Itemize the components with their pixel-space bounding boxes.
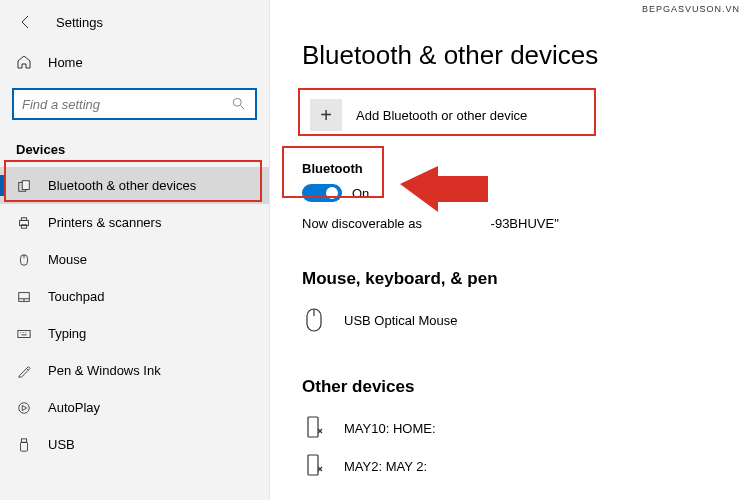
sidebar-item-label: USB (48, 437, 75, 452)
home-nav[interactable]: Home (0, 44, 269, 80)
device-label: USB Optical Mouse (344, 313, 457, 328)
mouse-icon (16, 253, 32, 267)
sidebar-item-pen[interactable]: Pen & Windows Ink (0, 352, 269, 389)
sidebar-item-typing[interactable]: Typing (0, 315, 269, 352)
svg-rect-5 (21, 217, 26, 220)
svg-point-0 (233, 98, 241, 106)
phone-device-icon (302, 453, 326, 479)
usb-icon (16, 438, 32, 452)
svg-rect-23 (308, 455, 318, 475)
sidebar-item-label: Printers & scanners (48, 215, 161, 230)
bluetooth-toggle[interactable] (302, 184, 342, 202)
bluetooth-icon (16, 179, 32, 193)
search-input[interactable] (14, 97, 223, 112)
svg-line-1 (241, 106, 245, 110)
discoverable-text: Now discoverable as -93BHUVE" (302, 216, 710, 231)
sidebar-item-touchpad[interactable]: Touchpad (0, 278, 269, 315)
add-device-button[interactable]: + Add Bluetooth or other device (302, 91, 592, 139)
mouse-device-icon (302, 307, 326, 333)
bluetooth-label: Bluetooth (302, 161, 710, 176)
search-icon (223, 97, 255, 111)
home-label: Home (48, 55, 83, 70)
mouse-section-title: Mouse, keyboard, & pen (302, 269, 710, 289)
svg-rect-12 (18, 330, 30, 337)
search-box[interactable] (12, 88, 257, 120)
svg-rect-3 (22, 180, 29, 189)
sidebar-item-label: AutoPlay (48, 400, 100, 415)
toggle-state-text: On (352, 186, 369, 201)
sidebar-item-label: Typing (48, 326, 86, 341)
sidebar-item-label: Mouse (48, 252, 87, 267)
svg-point-17 (19, 402, 30, 413)
phone-device-icon (302, 415, 326, 441)
sidebar-item-label: Touchpad (48, 289, 104, 304)
page-title: Bluetooth & other devices (302, 40, 710, 71)
back-button[interactable] (16, 12, 36, 32)
sidebar-item-printers[interactable]: Printers & scanners (0, 204, 269, 241)
pen-icon (16, 364, 32, 378)
device-row-other[interactable]: MAY2: MAY 2: (302, 447, 710, 485)
svg-rect-18 (21, 438, 26, 442)
other-section-title: Other devices (302, 377, 710, 397)
device-label: MAY10: HOME: (344, 421, 436, 436)
keyboard-icon (16, 327, 32, 341)
touchpad-icon (16, 290, 32, 304)
sidebar-item-usb[interactable]: USB (0, 426, 269, 463)
sidebar-item-label: Pen & Windows Ink (48, 363, 161, 378)
svg-rect-19 (21, 442, 28, 451)
plus-icon: + (310, 99, 342, 131)
home-icon (16, 54, 32, 70)
devices-section-title: Devices (0, 136, 269, 167)
autoplay-icon (16, 401, 32, 415)
device-row-mouse[interactable]: USB Optical Mouse (302, 301, 710, 339)
svg-rect-22 (308, 417, 318, 437)
sidebar-item-mouse[interactable]: Mouse (0, 241, 269, 278)
device-row-other[interactable]: MAY10: HOME: (302, 409, 710, 447)
sidebar-item-autoplay[interactable]: AutoPlay (0, 389, 269, 426)
app-title: Settings (56, 15, 103, 30)
add-device-label: Add Bluetooth or other device (356, 108, 527, 123)
printer-icon (16, 216, 32, 230)
sidebar-item-label: Bluetooth & other devices (48, 178, 196, 193)
device-label: MAY2: MAY 2: (344, 459, 427, 474)
watermark: BEPGASVUSON.VN (642, 4, 740, 14)
sidebar-item-bluetooth[interactable]: Bluetooth & other devices (0, 167, 269, 204)
